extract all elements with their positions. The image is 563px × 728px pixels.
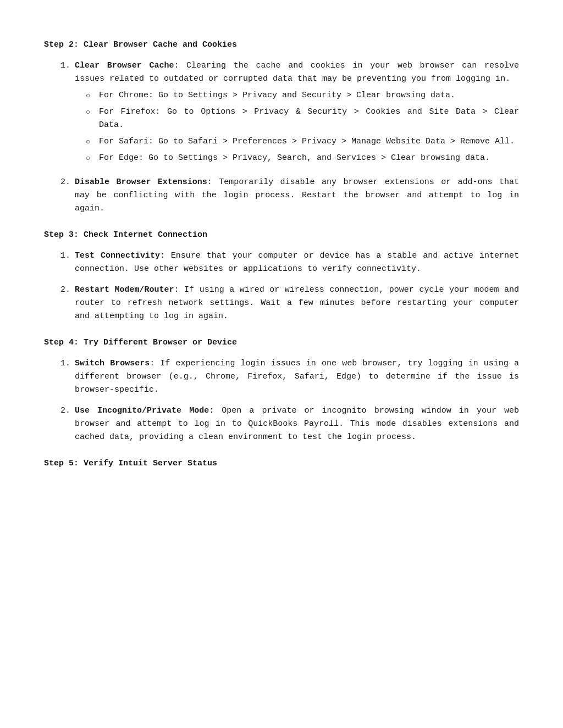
list-number: 1. (60, 249, 71, 276)
list-content: Use Incognito/Private Mode: Open a priva… (75, 404, 519, 444)
bullet-text: For Safari: Go to Safari > Preferences >… (99, 135, 519, 148)
document-body: Step 2: Clear Browser Cache and Cookies1… (44, 38, 519, 470)
list-number: 2. (60, 284, 71, 323)
bullet-item-3: ○For Edge: Go to Settings > Privacy, Sea… (86, 152, 519, 165)
list-content: Test Connectivity: Ensure that your comp… (75, 249, 519, 276)
list-item-step3-1: 2.Restart Modem/Router: If using a wired… (60, 284, 519, 323)
bullet-text: For Chrome: Go to Settings > Privacy and… (99, 89, 519, 102)
list-item-step2-0: 1.Clear Browser Cache: Clearing the cach… (60, 59, 519, 168)
term-bold: Restart Modem/Router (75, 285, 174, 294)
list-number: 1. (60, 59, 71, 168)
numbered-list-step2: 1.Clear Browser Cache: Clearing the cach… (44, 59, 519, 215)
list-item-step4-1: 2.Use Incognito/Private Mode: Open a pri… (60, 404, 519, 444)
bullet-item-1: ○For Firefox: Go to Options > Privacy & … (86, 105, 519, 132)
list-content: Switch Browsers: If experiencing login i… (75, 357, 519, 397)
section-step2: Step 2: Clear Browser Cache and Cookies1… (44, 38, 519, 215)
bullet-item-2: ○For Safari: Go to Safari > Preferences … (86, 135, 519, 148)
list-content: Restart Modem/Router: If using a wired o… (75, 284, 519, 323)
list-number: 2. (60, 404, 71, 444)
section-step5: Step 5: Verify Intuit Server Status (44, 457, 519, 470)
term-bold: Clear Browser Cache (75, 61, 174, 70)
term-bold: Disable Browser Extensions (75, 177, 207, 187)
term-bold: Switch Browsers (75, 359, 150, 368)
step-heading-step5: Step 5: Verify Intuit Server Status (44, 457, 519, 470)
numbered-list-step3: 1.Test Connectivity: Ensure that your co… (44, 249, 519, 323)
section-step3: Step 3: Check Internet Connection1.Test … (44, 229, 519, 323)
bullet-symbol: ○ (86, 105, 95, 132)
bullet-text: For Firefox: Go to Options > Privacy & S… (99, 105, 519, 132)
list-number: 1. (60, 357, 71, 397)
bullet-symbol: ○ (86, 135, 95, 148)
list-item-step3-0: 1.Test Connectivity: Ensure that your co… (60, 249, 519, 276)
bullet-symbol: ○ (86, 152, 95, 165)
bullet-item-0: ○For Chrome: Go to Settings > Privacy an… (86, 89, 519, 102)
bullet-list: ○For Chrome: Go to Settings > Privacy an… (75, 89, 519, 165)
step-heading-step4: Step 4: Try Different Browser or Device (44, 336, 519, 349)
term-bold: Test Connectivity (75, 251, 160, 260)
list-number: 2. (60, 176, 71, 215)
list-content: Clear Browser Cache: Clearing the cache … (75, 59, 519, 168)
section-step4: Step 4: Try Different Browser or Device1… (44, 336, 519, 444)
step-heading-step2: Step 2: Clear Browser Cache and Cookies (44, 38, 519, 52)
term-bold: Use Incognito/Private Mode (75, 406, 209, 415)
bullet-text: For Edge: Go to Settings > Privacy, Sear… (99, 152, 519, 165)
step-heading-step3: Step 3: Check Internet Connection (44, 229, 519, 242)
list-item-step4-0: 1.Switch Browsers: If experiencing login… (60, 357, 519, 397)
list-content: Disable Browser Extensions: Temporarily … (75, 176, 519, 215)
list-item-step2-1: 2.Disable Browser Extensions: Temporaril… (60, 176, 519, 215)
bullet-symbol: ○ (86, 89, 95, 102)
numbered-list-step4: 1.Switch Browsers: If experiencing login… (44, 357, 519, 444)
